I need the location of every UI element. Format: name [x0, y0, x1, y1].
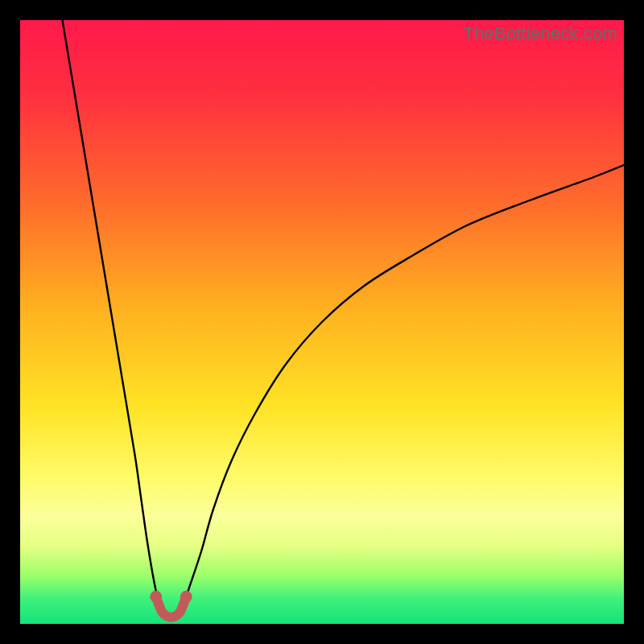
chart-plot [20, 20, 624, 624]
chart-frame: TheBottleneck.com [20, 20, 624, 624]
valley-marker-dot [150, 591, 162, 603]
watermark-text: TheBottleneck.com [463, 23, 617, 44]
valley-marker-dot [180, 591, 192, 603]
